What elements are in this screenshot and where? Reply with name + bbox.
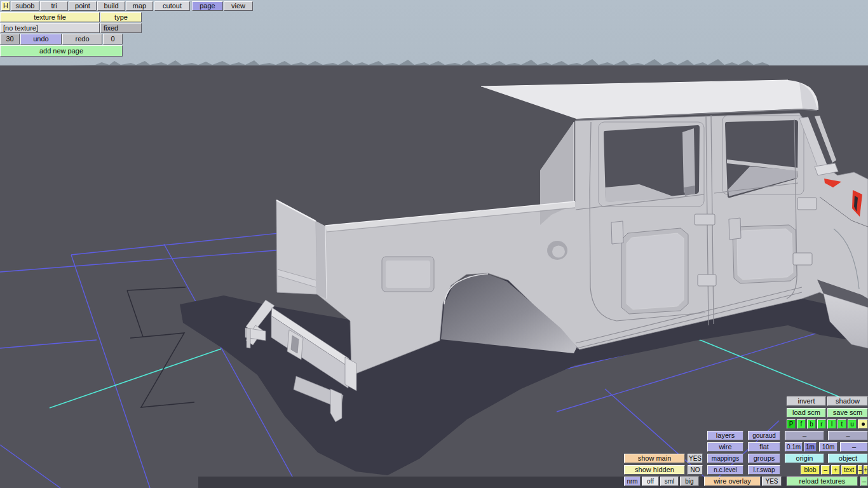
redo-button[interactable]: redo	[62, 34, 102, 44]
groups-button[interactable]: groups	[748, 454, 780, 463]
view-f-button[interactable]: f	[797, 419, 806, 429]
nrm-off-button[interactable]: off	[642, 477, 659, 486]
show-main-yes[interactable]: YES	[688, 454, 703, 463]
undo-button[interactable]: undo	[20, 34, 62, 44]
grid-minus-button[interactable]: –	[840, 442, 868, 452]
texture-file-header[interactable]: texture file	[0, 12, 100, 22]
minus-right-button[interactable]: –	[828, 431, 868, 440]
wire-button[interactable]: wire	[707, 442, 743, 452]
menu-map[interactable]: map	[126, 1, 153, 11]
text-minus-button[interactable]: –	[858, 465, 862, 475]
menu-build[interactable]: build	[97, 1, 125, 11]
undo-count[interactable]: 30	[0, 34, 20, 44]
type-value[interactable]: fixed	[100, 23, 142, 33]
origin-button[interactable]: origin	[785, 454, 824, 463]
nrm-big-button[interactable]: big	[680, 477, 699, 486]
lr-swap-button[interactable]: l.r.swap	[748, 465, 780, 475]
menu-point[interactable]: point	[69, 1, 97, 11]
view-u-button[interactable]: u	[848, 419, 857, 429]
wire-overlay-button[interactable]: wire overlay	[704, 477, 761, 486]
menu-h[interactable]: H	[1, 1, 10, 11]
zmodeler-window: { "app": {"title": "3D model editor - pa…	[0, 0, 868, 488]
menu-cutout[interactable]: cutout	[154, 1, 190, 11]
grid-01m-button[interactable]: 0.1m	[785, 442, 803, 452]
blob-plus-button[interactable]: +	[831, 465, 840, 475]
gouraud-button[interactable]: gouraud	[748, 431, 780, 440]
reload-textures-button[interactable]: reload textures	[787, 477, 858, 486]
wire-overlay-yes[interactable]: YES	[762, 477, 782, 486]
load-scm-button[interactable]: load scm	[787, 408, 826, 417]
blob-button[interactable]: blob	[801, 465, 820, 475]
menu-view[interactable]: view	[224, 1, 253, 11]
view-dot-button[interactable]	[858, 419, 868, 429]
blob-minus-button[interactable]: –	[821, 465, 830, 475]
menu-tri[interactable]: tri	[40, 1, 68, 11]
invert-button[interactable]: invert	[787, 396, 826, 406]
nrm-sml-button[interactable]: sml	[660, 477, 679, 486]
view-r-button[interactable]: r	[817, 419, 826, 429]
view-b-button[interactable]: b	[807, 419, 816, 429]
grid-1m-button[interactable]: 1m	[804, 442, 817, 452]
menu-subob[interactable]: subob	[11, 1, 39, 11]
grid-10m-button[interactable]: 10m	[819, 442, 837, 452]
object-button[interactable]: object	[828, 454, 868, 463]
show-main-button[interactable]: show main	[624, 454, 685, 463]
nrm-button[interactable]: nrm	[624, 477, 641, 486]
flat-button[interactable]: flat	[748, 442, 780, 452]
nc-level-button[interactable]: n.c.level	[707, 465, 743, 475]
layers-button[interactable]: layers	[707, 431, 743, 440]
show-hidden-button[interactable]: show hidden	[624, 465, 685, 475]
view-l-button[interactable]: l	[827, 419, 836, 429]
axis-p-button[interactable]: P	[787, 419, 796, 429]
text-plus-button[interactable]: +	[864, 465, 868, 475]
add-new-page-button[interactable]: add new page	[0, 45, 123, 57]
shadow-button[interactable]: shadow	[827, 396, 868, 406]
view-t-button[interactable]: t	[837, 419, 846, 429]
menu-page[interactable]: page	[192, 1, 223, 11]
minus-left-button[interactable]: –	[785, 431, 824, 440]
type-header[interactable]: type	[100, 12, 142, 22]
texture-file-value[interactable]: [no texture]	[0, 23, 100, 33]
show-hidden-no[interactable]: NO	[688, 465, 703, 475]
redo-count[interactable]: 0	[103, 34, 123, 44]
reload-minus-button[interactable]: –	[860, 477, 868, 486]
save-scm-button[interactable]: save scm	[827, 408, 868, 417]
text-button[interactable]: text	[841, 465, 857, 475]
dot-icon	[862, 423, 865, 426]
mappings-button[interactable]: mappings	[707, 454, 743, 463]
